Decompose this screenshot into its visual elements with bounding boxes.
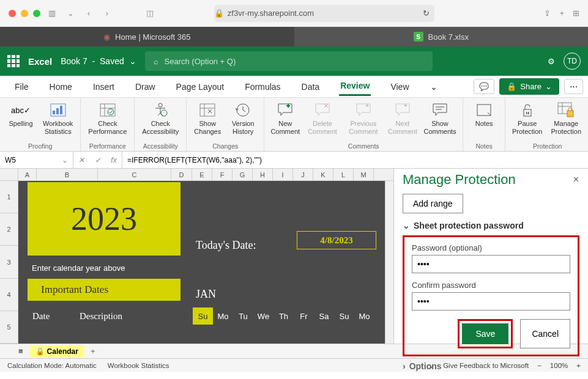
highlight-box: Password (optional) Confirm password Sav… — [403, 235, 579, 356]
menu-file[interactable]: File — [13, 78, 30, 95]
lock-icon: 🔒 — [35, 347, 45, 356]
maximize-window-icon[interactable] — [33, 10, 40, 17]
cancel-button[interactable]: Cancel — [520, 319, 570, 348]
workbook-stats-button[interactable]: Workbook Statistics — [40, 100, 75, 137]
excel-header: Excel Book 7 - Saved ⌄ ⌕ Search (Option … — [0, 46, 588, 76]
gear-icon[interactable]: ⚙ — [548, 57, 555, 66]
menu-page-layout[interactable]: Page Layout — [175, 78, 226, 95]
svg-rect-18 — [526, 112, 527, 114]
panel-title: Manage Protection — [403, 169, 579, 194]
menu-review[interactable]: Review — [339, 77, 371, 96]
search-input[interactable]: ⌕ Search (Option + Q) — [145, 51, 433, 71]
version-history-button[interactable]: Version History — [227, 100, 259, 137]
previous-comment-button: Previous Comment — [344, 100, 383, 137]
section-sheet-password[interactable]: Sheet protection password — [403, 221, 579, 230]
ribbon: abc✓Spelling Workbook Statistics Proofin… — [0, 98, 588, 152]
sidebar-toggle-icon[interactable]: ▥ — [45, 7, 59, 20]
manage-protection-button[interactable]: Manage Protection — [548, 100, 584, 137]
confirm-password-label: Confirm password — [412, 281, 570, 290]
svg-point-7 — [108, 109, 114, 115]
browser-tabs: ◉ Home | Microsoft 365 S Book 7.xlsx — [0, 27, 588, 46]
menu-more[interactable]: ⌄ — [429, 78, 439, 95]
confirm-password-input[interactable] — [412, 292, 570, 311]
today-date: 4/8/2023 — [297, 231, 376, 249]
new-tab-icon[interactable]: + — [559, 9, 564, 18]
shield-icon[interactable]: ◫ — [143, 7, 157, 20]
select-all-corner[interactable] — [0, 169, 18, 180]
next-comment-button: Next Comment — [387, 100, 419, 137]
url-text: zf3vr-my.sharepoint.com — [228, 9, 314, 18]
doc-name[interactable]: Book 7 - Saved ⌄ — [61, 56, 136, 66]
password-input[interactable] — [412, 255, 570, 273]
section-options[interactable]: Options — [403, 361, 579, 371]
save-button[interactable]: Save — [462, 323, 508, 344]
calc-mode[interactable]: Calculation Mode: Automatic — [7, 362, 97, 369]
back-icon[interactable]: ‹ — [82, 7, 95, 20]
forward-icon[interactable]: › — [100, 7, 114, 20]
all-sheets-icon[interactable]: ≡ — [18, 347, 23, 356]
vertical-scrollbar[interactable] — [385, 181, 393, 344]
show-comments-button[interactable]: Show Comments — [422, 100, 458, 137]
spelling-button[interactable]: abc✓Spelling — [5, 100, 37, 129]
search-icon: ⌕ — [154, 57, 158, 66]
avatar[interactable]: TD — [564, 53, 581, 70]
cancel-formula-icon[interactable]: ✕ — [78, 156, 84, 164]
menu-draw[interactable]: Draw — [134, 78, 157, 95]
menu-bar: File Home Insert Draw Page Layout Formul… — [0, 76, 588, 98]
svg-rect-17 — [524, 109, 531, 116]
check-performance-button[interactable]: Check Performance — [86, 100, 129, 137]
svg-point-9 — [161, 110, 167, 116]
mac-titlebar: ▥ ⌄ ‹ › ◫ 🔒 zf3vr-my.sharepoint.com ↻ ⇪ … — [0, 0, 588, 27]
pause-protection-button[interactable]: Pause Protection — [510, 100, 544, 137]
year-cell[interactable]: 2023 — [28, 182, 180, 256]
svg-rect-23 — [567, 111, 573, 117]
chevron-down-icon[interactable]: ⌄ — [64, 7, 77, 20]
svg-rect-10 — [200, 104, 215, 116]
month-label: JAN — [196, 288, 216, 301]
browser-tab-home[interactable]: ◉ Home | Microsoft 365 — [0, 27, 294, 46]
fx-icon[interactable]: fx — [111, 156, 116, 164]
description-column-header: Description — [80, 311, 193, 322]
date-column-header: Date — [28, 311, 80, 322]
manage-protection-panel: Manage Protection ✕ Add range Sheet prot… — [393, 169, 588, 344]
minimize-window-icon[interactable] — [21, 10, 28, 17]
sheet-tab-calendar[interactable]: 🔒Calendar — [29, 345, 84, 358]
menu-insert[interactable]: Insert — [92, 78, 116, 95]
add-range-button[interactable]: Add range — [403, 194, 463, 213]
add-sheet-icon[interactable]: + — [91, 347, 95, 356]
formula-bar: W5⌄ ✕✓fx =IFERROR(LEFT(TEXT(W6,"aaa"), 2… — [0, 152, 588, 169]
formula-input[interactable]: =IFERROR(LEFT(TEXT(W6,"aaa"), 2),"") — [122, 156, 588, 164]
day-su[interactable]: Su — [193, 307, 213, 325]
svg-point-8 — [158, 103, 162, 107]
tabs-overview-icon[interactable]: ⊞ — [573, 9, 579, 18]
url-bar[interactable]: 🔒 zf3vr-my.sharepoint.com ↻ — [214, 5, 434, 22]
workbook-stats-link[interactable]: Workbook Statistics — [108, 362, 169, 369]
delete-comment-button: Delete Comment — [305, 100, 340, 137]
svg-rect-1 — [53, 111, 55, 114]
menu-data[interactable]: Data — [300, 78, 321, 95]
today-label: Today's Date: — [196, 239, 256, 252]
share-button[interactable]: 🔒 Share ⌄ — [499, 78, 559, 95]
svg-rect-3 — [60, 106, 62, 114]
confirm-formula-icon[interactable]: ✓ — [95, 156, 101, 164]
share-icon[interactable]: ⇪ — [544, 9, 551, 18]
browser-tab-book7[interactable]: S Book 7.xlsx — [294, 27, 589, 46]
comments-pane-button[interactable]: 💬 — [474, 79, 494, 94]
office-icon: ◉ — [103, 32, 110, 42]
menu-formulas[interactable]: Formulas — [244, 78, 281, 95]
reload-icon[interactable]: ↻ — [423, 9, 434, 18]
enter-year-hint: Enter calendar year above — [32, 263, 125, 273]
name-box[interactable]: W5⌄ — [0, 152, 73, 168]
close-panel-icon[interactable]: ✕ — [573, 175, 579, 184]
menu-view[interactable]: View — [389, 78, 410, 95]
new-comment-button[interactable]: New Comment — [269, 100, 301, 137]
check-accessibility-button[interactable]: Check Accessibility — [140, 100, 181, 137]
close-window-icon[interactable] — [9, 10, 16, 17]
menu-home[interactable]: Home — [48, 78, 73, 95]
notes-button[interactable]: Notes — [468, 100, 500, 129]
spreadsheet[interactable]: A B C D E F G H I J K L M 1 2 3 4 5 2023 — [0, 169, 393, 344]
show-changes-button[interactable]: Show Changes — [192, 100, 223, 137]
svg-rect-19 — [528, 112, 529, 114]
overflow-icon[interactable]: ⋯ — [564, 79, 583, 94]
app-launcher-icon[interactable] — [7, 55, 20, 67]
